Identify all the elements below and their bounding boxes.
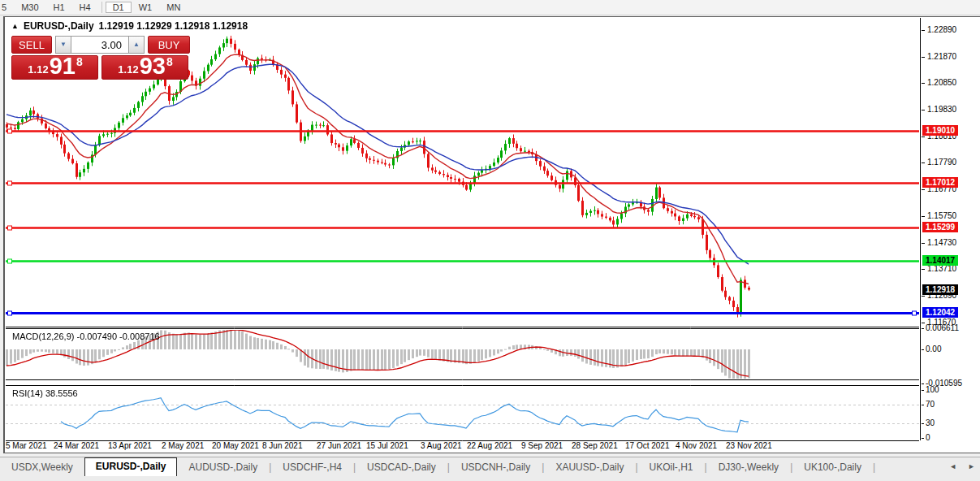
date-tick-label: 3 Aug 2021 — [421, 441, 462, 450]
sell-price-pip: 8 — [76, 55, 83, 68]
date-tick-label: 9 Sep 2021 — [521, 441, 563, 450]
rsi-value: 38.5556 — [45, 388, 78, 398]
date-tick-label: 4 Nov 2021 — [676, 441, 717, 450]
price-chart-canvas[interactable] — [6, 18, 919, 452]
tab-usdx-weekly[interactable]: USDX,Weekly — [0, 459, 84, 476]
sell-button[interactable]: SELL — [11, 36, 52, 54]
date-tick-label: 28 Sep 2021 — [572, 441, 618, 450]
date-tick-label: 24 Mar 2021 — [54, 441, 99, 450]
date-tick-label: 15 Jul 2021 — [366, 441, 408, 450]
tab-eurusd-daily[interactable]: EURUSD-,Daily — [84, 457, 178, 476]
price-tick-label: 1.15750 — [927, 211, 956, 220]
tab-scroll-controls: ◄ ► — [949, 462, 975, 470]
date-tick-label: 22 Aug 2021 — [467, 441, 512, 450]
rsi-axis-label: 70 — [926, 400, 935, 409]
sell-price-big: 91 — [50, 55, 76, 78]
chart-tab-bar: USDX,WeeklyEURUSD-,DailyAUDUSD-,Daily|US… — [0, 457, 980, 476]
timeframe-button-5[interactable]: 5 — [0, 2, 14, 13]
chart-ohlc-quotes: 1.12919 1.12929 1.12918 1.12918 — [99, 20, 248, 32]
date-tick-label: 27 Jun 2021 — [317, 441, 361, 450]
volume-increase-button[interactable]: ▲ — [128, 36, 145, 54]
sell-price-display[interactable]: 1.12918 — [11, 55, 98, 80]
price-tick-label: 1.20850 — [927, 78, 956, 87]
chart-title-bar: ▲ EURUSD-,Daily 1.12919 1.12929 1.12918 … — [11, 20, 248, 32]
price-level-badge: 1.19010 — [922, 125, 958, 136]
trade-panel-prices: 1.12918 1.12938 — [11, 55, 192, 80]
tab-scroll-right[interactable]: ► — [968, 462, 975, 470]
tab-scroll-left[interactable]: ◄ — [949, 462, 956, 470]
volume-input[interactable] — [71, 36, 128, 54]
price-level-badge: 1.12042 — [922, 307, 958, 318]
price-axis[interactable]: 1.228901.218701.208501.198301.188101.177… — [920, 18, 979, 440]
rsi-axis-label: 0 — [926, 433, 930, 442]
macd-axis-label: 0.00 — [926, 344, 941, 353]
arrow-down-icon: ▼ — [60, 41, 67, 48]
chart-symbol-label: EURUSD-,Daily — [24, 20, 94, 32]
tab-uk100-daily[interactable]: UK100-,Daily — [792, 459, 873, 476]
toolbar-separator — [101, 2, 102, 13]
price-tick-label: 1.21870 — [927, 52, 956, 61]
tab-dj30-weekly[interactable]: DJ30-,Weekly — [707, 459, 790, 476]
volume-decrease-button[interactable]: ▼ — [55, 36, 71, 54]
price-tick-label: 1.17790 — [927, 158, 956, 167]
price-level-badge: 1.12918 — [922, 284, 958, 295]
timeframe-button-h1[interactable]: H1 — [46, 2, 72, 13]
timeframe-button-h4[interactable]: H4 — [72, 2, 98, 13]
status-strip — [0, 476, 980, 481]
price-tick-label: 1.14730 — [927, 238, 956, 247]
rsi-axis-label: 30 — [926, 418, 935, 427]
sell-price-prefix: 1.12 — [28, 63, 48, 76]
trade-panel-controls: SELL ▼ ▲ BUY — [11, 36, 192, 54]
timeframe-button-mn[interactable]: MN — [159, 2, 188, 13]
timeframe-toolbar: 5M30H1H4D1W1MN — [0, 0, 980, 15]
date-tick-label: 20 May 2021 — [212, 441, 259, 450]
buy-button[interactable]: BUY — [148, 36, 190, 54]
rsi-label: RSI(14) 38.5556 — [12, 388, 78, 398]
price-tick-label: 1.22890 — [927, 25, 956, 34]
date-tick-label: 17 Oct 2021 — [625, 441, 669, 450]
tab-audusd-daily[interactable]: AUDUSD-,Daily — [177, 459, 269, 476]
price-tick-label: 1.19830 — [927, 105, 956, 114]
price-level-badge: 1.17012 — [922, 177, 958, 188]
buy-price-prefix: 1.12 — [118, 63, 138, 76]
tab-usdcad-daily[interactable]: USDCAD-,Daily — [356, 459, 447, 476]
date-axis[interactable]: 5 Mar 202124 Mar 202113 Apr 20212 May 20… — [6, 441, 920, 452]
price-level-badge: 1.14017 — [922, 255, 958, 266]
chart-window: ▲ EURUSD-,Daily 1.12919 1.12929 1.12918 … — [3, 16, 980, 453]
macd-name: MACD(12,26,9) — [12, 332, 74, 341]
buy-price-pip: 8 — [166, 55, 173, 68]
one-click-trading-panel: SELL ▼ ▲ BUY 1.12918 1.12938 — [11, 36, 192, 80]
macd-values: -0.007490 -0.008716 — [76, 332, 159, 341]
tab-xauusd-daily[interactable]: XAUUSD-,Daily — [544, 459, 635, 476]
rsi-axis-label: 100 — [926, 385, 939, 394]
tab-usdcnh-daily[interactable]: USDCNH-,Daily — [450, 459, 542, 476]
buy-price-display[interactable]: 1.12938 — [101, 55, 188, 80]
timeframe-button-m30[interactable]: M30 — [14, 2, 45, 13]
tab-ukoil-h1[interactable]: UKOil-,H1 — [638, 459, 705, 476]
arrow-up-icon: ▲ — [133, 41, 140, 48]
macd-axis-label: 0.006611 — [926, 323, 959, 332]
tab-usdchf-h4[interactable]: USDCHF-,H4 — [271, 459, 353, 476]
rsi-name: RSI(14) — [12, 388, 43, 398]
buy-price-big: 93 — [140, 55, 166, 78]
date-tick-label: 2 May 2021 — [162, 441, 204, 450]
price-level-badge: 1.15299 — [922, 222, 958, 232]
date-tick-label: 13 Apr 2021 — [108, 441, 152, 450]
date-tick-label: 8 Jun 2021 — [262, 441, 303, 450]
timeframe-button-w1[interactable]: W1 — [132, 2, 160, 13]
macd-label: MACD(12,26,9) -0.007490 -0.008716 — [12, 332, 160, 341]
tab-separator: | — [873, 459, 875, 476]
timeframe-button-d1[interactable]: D1 — [106, 2, 132, 13]
date-tick-label: 5 Mar 2021 — [6, 441, 47, 450]
collapse-triangle-icon[interactable]: ▲ — [11, 23, 19, 30]
date-tick-label: 23 Nov 2021 — [726, 441, 772, 450]
mt4-terminal: 5M30H1H4D1W1MN ▲ EURUSD-,Daily 1.12919 1… — [0, 0, 980, 481]
